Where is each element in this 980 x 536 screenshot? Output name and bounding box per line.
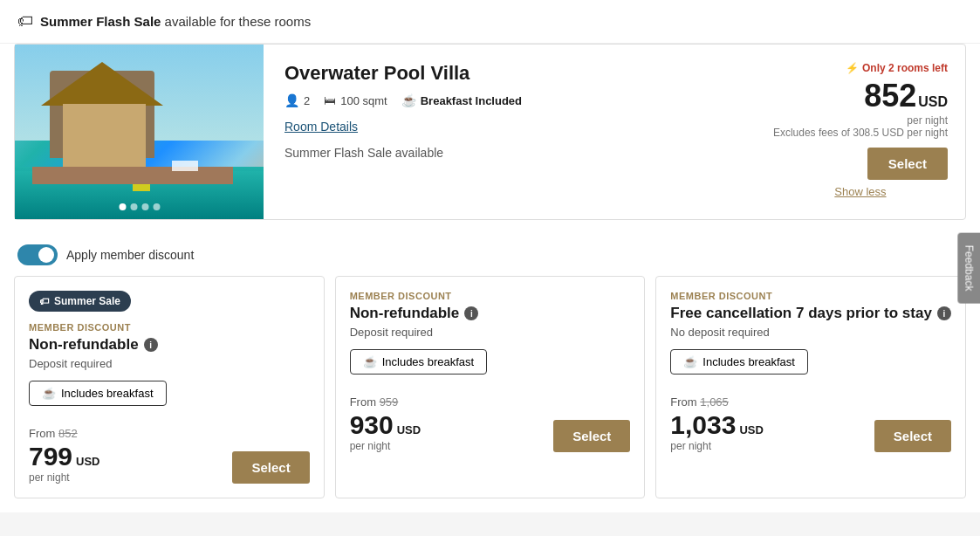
price-value: 852: [864, 78, 916, 113]
toggle-slider: [17, 244, 58, 265]
breakfast-label-3: Includes breakfast: [702, 355, 795, 368]
info-icon-1[interactable]: i: [144, 338, 158, 352]
original-price-2: 959: [380, 395, 399, 409]
rate-card-1: 🏷 Summer Sale MEMBER DISCOUNT Non-refund…: [14, 276, 325, 498]
coffee-icon-3: ☕: [683, 355, 697, 368]
rate-cards: 🏷 Summer Sale MEMBER DISCOUNT Non-refund…: [0, 276, 980, 512]
badge-tag-icon: 🏷: [39, 296, 49, 306]
badge-label: Summer Sale: [54, 295, 120, 307]
guests-icon: 👤: [284, 93, 299, 107]
chair: [172, 161, 198, 171]
from-price-2: From 959 930 USD per night: [350, 395, 421, 452]
info-icon-3[interactable]: i: [937, 306, 951, 320]
rate-type-text-1: Non-refundable: [29, 336, 139, 354]
toggle-label: Apply member discount: [66, 248, 194, 262]
feedback-tab[interactable]: Feedback: [958, 233, 980, 304]
price-row-2: 930 USD: [350, 410, 421, 440]
from-label-2: From 959: [350, 395, 421, 409]
dot-1[interactable]: [119, 203, 126, 210]
per-night-label: per night: [773, 114, 948, 127]
member-discount-toggle[interactable]: [17, 244, 58, 265]
deck: [32, 167, 233, 184]
rate-type-1: Non-refundable i: [29, 336, 310, 354]
from-price-3: From 1,065 1,033 USD per night: [670, 395, 764, 452]
rate-card-3: MEMBER DISCOUNT Free cancellation 7 days…: [655, 276, 966, 498]
coffee-icon-1: ☕: [42, 387, 56, 400]
dot-3[interactable]: [141, 203, 148, 210]
room-card: Overwater Pool Villa 👤 2 🛏 100 sqmt ☕ Br…: [14, 44, 966, 220]
price-usd-2: USD: [397, 423, 421, 436]
price-row-3: 1,033 USD: [670, 410, 764, 440]
hut-roof: [41, 62, 163, 106]
price-per-night-3: per night: [670, 440, 764, 452]
rate-card-footer-3: From 1,065 1,033 USD per night Select: [670, 395, 951, 452]
member-discount-row: Apply member discount: [0, 234, 980, 276]
original-price-3: 1,065: [700, 395, 729, 409]
amenity-breakfast: ☕ Breakfast Included: [401, 93, 522, 107]
select-btn-2[interactable]: Select: [553, 420, 630, 452]
rate-type-2: Non-refundable i: [350, 305, 631, 322]
rate-type-text-2: Non-refundable: [350, 305, 460, 322]
price-usd-3: USD: [739, 423, 763, 436]
member-discount-label-3: MEMBER DISCOUNT: [670, 291, 951, 301]
select-btn-1[interactable]: Select: [232, 451, 309, 484]
room-image-wrapper: [15, 45, 264, 219]
excludes-fees: Excludes fees of 308.5 USD per night: [773, 127, 948, 139]
breakfast-btn-1[interactable]: ☕ Includes breakfast: [29, 381, 167, 406]
flash-sale-text: Summer Flash Sale available for these ro…: [40, 14, 311, 29]
price-currency: USD: [918, 94, 948, 109]
guests-count: 2: [304, 94, 310, 107]
room-details-link[interactable]: Room Details: [284, 120, 358, 134]
tag-icon: 🏷: [17, 12, 33, 31]
deposit-text-2: Deposit required: [350, 326, 631, 339]
image-dots[interactable]: [119, 203, 160, 210]
flash-sale-banner: 🏷 Summer Flash Sale available for these …: [0, 0, 980, 44]
breakfast-btn-3[interactable]: ☕ Includes breakfast: [670, 349, 808, 375]
flash-sale-rest: available for these rooms: [161, 14, 311, 29]
room-card-top: Overwater Pool Villa 👤 2 🛏 100 sqmt ☕ Br…: [15, 45, 965, 219]
coffee-icon-2: ☕: [363, 355, 377, 368]
breakfast-included: Breakfast Included: [421, 94, 522, 107]
price-big-1: 799: [29, 442, 72, 471]
flash-sale-bold: Summer Flash Sale: [40, 14, 161, 29]
deposit-text-1: Deposit required: [29, 357, 310, 370]
show-less-link[interactable]: Show less: [773, 185, 948, 198]
rooms-left: ⚡ Only 2 rooms left: [773, 62, 948, 74]
room-pricing: ⚡ Only 2 rooms left 852USD per night Exc…: [773, 62, 948, 198]
price-display: 852USD: [773, 78, 948, 114]
rate-type-3: Free cancellation 7 days prior to stay i: [670, 305, 951, 322]
room-size: 100 sqmt: [340, 94, 387, 107]
price-big-3: 1,033: [670, 410, 736, 440]
price-per-night-2: per night: [350, 440, 421, 452]
room-image: [15, 45, 264, 219]
from-label-1: From 852: [29, 427, 100, 440]
rate-card-footer-2: From 959 930 USD per night Select: [350, 395, 631, 452]
dot-2[interactable]: [130, 203, 137, 210]
summer-sale-badge: 🏷 Summer Sale: [29, 291, 131, 312]
room-info: Overwater Pool Villa 👤 2 🛏 100 sqmt ☕ Br…: [264, 45, 965, 219]
from-label-3: From 1,065: [670, 395, 764, 409]
select-btn-3[interactable]: Select: [874, 420, 951, 452]
from-price-1: From 852 799 USD per night: [29, 427, 100, 484]
deposit-text-3: No deposit required: [670, 326, 951, 339]
price-usd-1: USD: [76, 455, 99, 468]
select-button-main[interactable]: Select: [867, 148, 948, 180]
coffee-amenity-icon: ☕: [401, 93, 416, 107]
rate-card-2: MEMBER DISCOUNT Non-refundable i Deposit…: [335, 276, 646, 498]
member-discount-label-2: MEMBER DISCOUNT: [350, 291, 631, 301]
member-discount-label-1: MEMBER DISCOUNT: [29, 322, 310, 333]
amenity-size: 🛏 100 sqmt: [324, 93, 387, 107]
price-big-2: 930: [350, 410, 394, 440]
dot-4[interactable]: [153, 203, 160, 210]
price-row-1: 799 USD: [29, 442, 100, 471]
lightning-icon: ⚡: [846, 62, 859, 74]
breakfast-label-1: Includes breakfast: [61, 387, 154, 400]
breakfast-btn-2[interactable]: ☕ Includes breakfast: [350, 349, 488, 375]
amenity-guests: 👤 2: [284, 93, 310, 107]
rate-card-footer-1: From 852 799 USD per night Select: [29, 427, 310, 484]
price-per-night-1: per night: [29, 471, 100, 484]
original-price-1: 852: [58, 427, 78, 440]
info-icon-2[interactable]: i: [464, 306, 478, 320]
rate-type-text-3: Free cancellation 7 days prior to stay: [670, 305, 932, 322]
rooms-left-text: Only 2 rooms left: [862, 62, 948, 74]
